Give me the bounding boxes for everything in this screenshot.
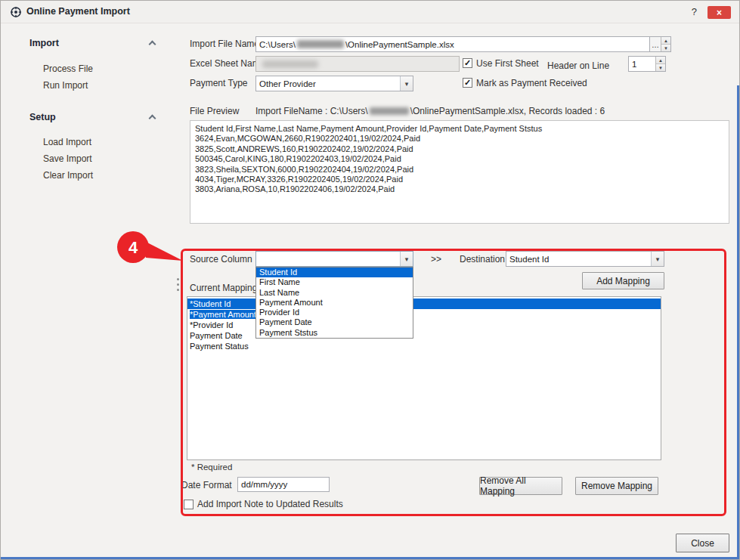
excel-sheet-name-input [255,56,460,72]
spin-up-icon: ▲ [658,58,663,63]
chevron-up-icon [149,41,156,48]
file-preview-box: Student Id,First Name,Last Name,Payment … [190,120,729,224]
mark-received-checkbox[interactable]: ✓ [463,78,472,88]
splitter-grip[interactable] [177,277,179,292]
preview-line: 3803,Ariana,ROSA,10,R1902202406,19/02/20… [195,184,724,194]
dropdown-arrow-icon[interactable]: ▾ [400,76,413,91]
file-input-spinner: ▲ ▼ [661,37,670,51]
dropdown-item[interactable]: Last Name [256,288,413,298]
spinner-up-button[interactable]: ▲ [661,37,670,44]
preview-line: 3825,Scott,ANDREWS,160,R1902202402,19/02… [195,144,724,154]
import-file-name-label: Import File Name [190,39,259,49]
spin-down-icon: ▼ [664,46,668,51]
use-first-sheet-checkbox[interactable]: ✓ [463,58,472,68]
window-title: Online Payment Import [26,6,130,17]
header-on-line-value[interactable]: 1 [629,57,655,71]
add-import-note-label: Add Import Note to Updated Results [197,499,343,509]
preview-line: 500345,Carol,KING,180,R1902202403,19/02/… [195,154,724,164]
titlebar-close-button[interactable]: × [707,6,731,19]
add-import-note-checkbox[interactable] [184,500,194,509]
sidebar-section-setup-label: Setup [29,112,56,122]
dropdown-item[interactable]: Student Id [256,268,413,277]
file-preview-label: File Preview [190,106,239,116]
spinner-down-button[interactable]: ▼ [656,63,665,71]
required-note: * Required [191,463,232,472]
add-mapping-button[interactable]: Add Mapping [582,272,664,289]
annotation-number: 4 [128,238,138,257]
preview-info-prefix: Import FileName : C:\Users\ [255,106,368,116]
dropdown-item[interactable]: Payment Ststus [256,328,413,338]
sidebar-section-setup[interactable]: Setup [29,112,155,122]
titlebar: Online Payment Import ? × [1,1,739,23]
window-accent-right [737,85,739,559]
source-column-value [256,252,400,266]
sidebar-item-clear-import[interactable]: Clear Import [43,170,93,181]
app-icon [10,6,22,21]
spin-up-icon: ▲ [664,39,668,43]
browse-ellipsis-icon: … [652,41,659,49]
date-format-input[interactable]: dd/mm/yyyy [237,477,330,492]
mark-received-label: Mark as Payment Received [476,78,587,88]
file-path-suffix: \OnlinePaymentSample.xlsx [345,40,454,49]
file-path-prefix: C:\Users\ [259,40,296,49]
payment-type-label: Payment Type [190,78,248,88]
header-on-line-spin-buttons: ▲ ▼ [655,57,665,71]
preview-line: 3624,Evan,MCGOWAN,2660,R1902202401,19/02… [195,134,724,144]
sidebar-item-save-import[interactable]: Save Import [43,153,92,164]
source-column-select[interactable]: ▾ [255,251,413,267]
file-input-buttons: … ▲ ▼ [649,36,671,52]
preview-line: 3823,Sheila,SEXTON,6000,R1902202404,19/0… [195,165,724,175]
dropdown-item[interactable]: Provider Id [256,308,413,317]
import-file-name-input[interactable]: C:\Users\\OnlinePaymentSample.xlsx [255,36,650,52]
date-format-label: Date Format [181,480,232,490]
redacted-username [370,107,409,115]
annotation-callout: 4 [113,228,185,272]
spin-down-icon: ▼ [658,66,663,70]
use-first-sheet-label: Use First Sheet [476,58,539,69]
sidebar-item-process-file[interactable]: Process File [43,63,93,74]
check-icon: ✓ [464,59,471,67]
mapping-item[interactable]: Payment Status [187,341,661,351]
dropdown-arrow-icon[interactable]: ▾ [400,252,413,266]
remove-mapping-button[interactable]: Remove Mapping [575,477,658,495]
close-button[interactable]: Close [676,534,729,552]
spinner-down-button[interactable]: ▼ [661,44,670,51]
destination-select[interactable]: Student Id ▾ [506,251,664,267]
current-mapping-label: Current Mapping [190,283,257,293]
date-format-value: dd/mm/yyyy [241,480,287,489]
dropdown-item[interactable]: First Name [256,277,413,287]
close-icon: × [717,8,722,17]
help-button[interactable]: ? [692,6,697,17]
spinner-up-button[interactable]: ▲ [656,57,665,63]
check-icon: ✓ [464,79,471,87]
source-column-label: Source Column [190,254,252,265]
destination-value: Student Id [506,252,651,266]
excel-sheet-name-label: Excel Sheet Name [190,58,265,69]
remove-all-mapping-button[interactable]: Remove All Mapping [479,477,562,495]
payment-type-select[interactable]: Other Provider ▾ [255,76,413,91]
window-accent-bottom [1,557,739,559]
preview-line: Student Id,First Name,Last Name,Payment … [195,124,724,134]
preview-info-suffix: \OnlinePaymentSample.xlsx, Records loade… [410,106,605,116]
source-column-dropdown-list[interactable]: Student Id First Name Last Name Payment … [255,267,413,339]
dropdown-item[interactable]: Payment Date [256,317,413,327]
chevron-up-icon [149,115,156,122]
preview-line: 4034,Tiger,MCRAY,3326,R1902202405,19/02/… [195,175,724,184]
sidebar-item-run-import[interactable]: Run Import [43,80,88,91]
online-payment-import-window: Online Payment Import ? × Import Process… [0,0,740,560]
redacted-username [297,40,344,48]
header-on-line-spinner[interactable]: 1 ▲ ▼ [628,56,666,72]
dropdown-item[interactable]: Payment Amount [256,298,413,308]
dropdown-arrow-icon[interactable]: ▾ [651,252,664,266]
map-direction-label: >> [431,254,441,265]
redacted-sheet-text [262,60,318,68]
sidebar-section-import-label: Import [29,38,59,48]
destination-label: Destination [460,254,505,265]
browse-button[interactable]: … [650,37,661,51]
sidebar-item-load-import[interactable]: Load Import [43,137,91,147]
payment-type-value: Other Provider [256,76,400,91]
sidebar-section-import[interactable]: Import [29,38,155,48]
header-on-line-label: Header on Line [547,60,609,71]
file-preview-info: Import FileName : C:\Users\\OnlinePaymen… [255,106,605,116]
